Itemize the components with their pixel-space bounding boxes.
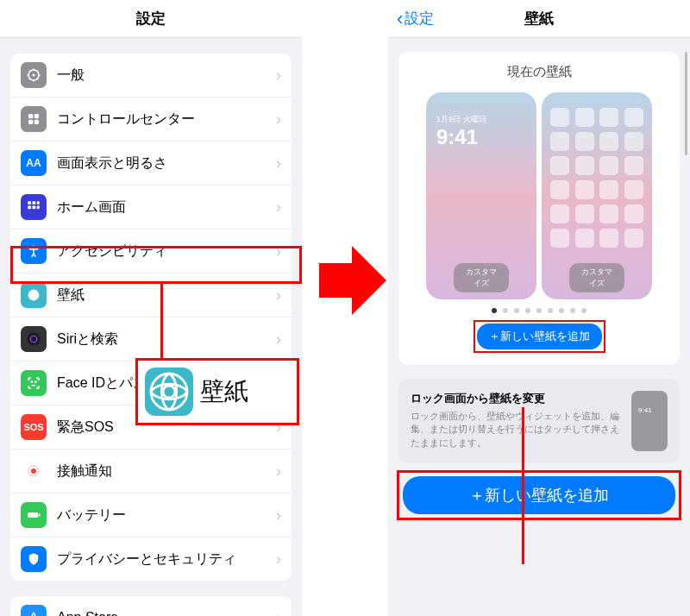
back-button[interactable]: ‹ 設定 bbox=[397, 9, 434, 28]
svg-rect-4 bbox=[28, 120, 33, 124]
row-label: Siriと検索 bbox=[57, 330, 276, 349]
settings-row-general[interactable]: 一般› bbox=[10, 53, 292, 97]
app-icon bbox=[575, 132, 594, 151]
app-icon bbox=[599, 132, 618, 151]
highlight-add-big: ＋新しい壁紙を追加 bbox=[397, 470, 681, 520]
wallpaper-icon bbox=[145, 368, 193, 416]
appstore-icon bbox=[21, 605, 47, 616]
siri-icon bbox=[21, 326, 47, 352]
wallpaper-icon bbox=[21, 282, 47, 308]
page-dot[interactable] bbox=[536, 308, 542, 313]
customize-home-button[interactable]: カスタマイズ bbox=[569, 263, 624, 292]
page-dot[interactable] bbox=[525, 308, 530, 313]
page-title: 設定 bbox=[136, 9, 166, 28]
home-screen-preview[interactable]: カスタマイズ bbox=[542, 92, 652, 299]
app-icon bbox=[575, 204, 594, 223]
svg-rect-8 bbox=[37, 201, 40, 204]
current-wallpaper-label: 現在の壁紙 bbox=[411, 64, 668, 80]
svg-rect-9 bbox=[28, 206, 31, 210]
svg-point-27 bbox=[151, 374, 187, 410]
page-dot[interactable] bbox=[492, 308, 497, 313]
chevron-right-icon: › bbox=[276, 506, 281, 525]
svg-rect-22 bbox=[39, 514, 41, 517]
app-icon bbox=[624, 180, 643, 199]
app-icon bbox=[575, 156, 594, 175]
settings-screen: 設定 一般›コントロールセンター›AA画面表示と明るさ›ホーム画面›アクセシビリ… bbox=[0, 0, 302, 616]
general-icon bbox=[21, 62, 47, 88]
page-dot[interactable] bbox=[514, 308, 519, 313]
page-dot[interactable] bbox=[559, 308, 564, 313]
add-wallpaper-small-button[interactable]: ＋新しい壁紙を追加 bbox=[477, 324, 602, 349]
display-icon: AA bbox=[21, 150, 47, 176]
page-dot[interactable] bbox=[548, 308, 553, 313]
current-wallpaper-card: 現在の壁紙 1月9日 火曜日 9:41 カスタマイズ カスタマイズ ＋新しい壁紙… bbox=[398, 52, 680, 365]
header: ‹ 設定 壁紙 bbox=[388, 0, 690, 38]
settings-row-display[interactable]: AA画面表示と明るさ› bbox=[10, 141, 292, 185]
svg-rect-6 bbox=[28, 201, 31, 204]
chevron-right-icon: › bbox=[276, 110, 281, 129]
add-wallpaper-big-button[interactable]: ＋新しい壁紙を追加 bbox=[403, 476, 675, 514]
svg-marker-25 bbox=[319, 246, 386, 315]
home-icon bbox=[21, 194, 47, 220]
svg-point-15 bbox=[28, 333, 41, 346]
settings-row-home[interactable]: ホーム画面› bbox=[10, 185, 292, 229]
page-dot[interactable] bbox=[503, 308, 508, 313]
settings-row-battery[interactable]: バッテリー› bbox=[10, 493, 292, 537]
lock-screen-preview[interactable]: 1月9日 火曜日 9:41 カスタマイズ bbox=[426, 92, 536, 299]
connector-line-right bbox=[522, 407, 524, 564]
row-label: 一般 bbox=[57, 66, 276, 85]
page-dots[interactable] bbox=[411, 308, 668, 313]
app-icon bbox=[550, 108, 569, 127]
svg-rect-21 bbox=[28, 512, 38, 518]
exposure-icon bbox=[21, 458, 47, 484]
settings-list-2: App Store›ウォレットと Apple Pay› bbox=[10, 596, 292, 616]
control-center-icon bbox=[21, 106, 47, 132]
svg-rect-7 bbox=[33, 201, 36, 204]
settings-list-1: 一般›コントロールセンター›AA画面表示と明るさ›ホーム画面›アクセシビリティ›… bbox=[10, 53, 292, 581]
chevron-right-icon: › bbox=[276, 550, 281, 569]
chevron-right-icon: › bbox=[276, 198, 281, 217]
settings-row-control-center[interactable]: コントロールセンター› bbox=[10, 97, 292, 141]
app-icon bbox=[599, 180, 618, 199]
svg-point-18 bbox=[35, 381, 37, 383]
app-icon bbox=[550, 180, 569, 199]
faceid-icon bbox=[21, 370, 47, 396]
app-icon bbox=[624, 204, 643, 223]
wallpaper-previews: 1月9日 火曜日 9:41 カスタマイズ カスタマイズ bbox=[411, 92, 668, 299]
customize-lock-button[interactable]: カスタマイズ bbox=[454, 263, 509, 292]
svg-point-19 bbox=[31, 468, 36, 474]
row-label: 画面表示と明るさ bbox=[57, 154, 276, 173]
settings-row-privacy[interactable]: プライバシーとセキュリティ› bbox=[10, 537, 292, 581]
privacy-icon bbox=[21, 546, 47, 572]
highlight-add-small: ＋新しい壁紙を追加 bbox=[474, 320, 605, 353]
page-dot[interactable] bbox=[581, 308, 586, 313]
lock-change-info[interactable]: ロック画面から壁紙を変更 ロック画面から、壁紙やウィジェットを追加、編集、または… bbox=[398, 379, 680, 463]
settings-row-appstore[interactable]: App Store› bbox=[10, 596, 292, 616]
app-icon bbox=[550, 204, 569, 223]
lock-time: 9:41 bbox=[436, 125, 478, 149]
mini-phone-icon bbox=[631, 391, 668, 451]
info-desc: ロック画面から、壁紙やウィジェットを追加、編集、または切り替えを行うにはタッチし… bbox=[411, 410, 621, 449]
chevron-right-icon: › bbox=[276, 330, 281, 349]
svg-rect-3 bbox=[34, 114, 39, 118]
svg-point-17 bbox=[31, 381, 33, 383]
chevron-right-icon: › bbox=[276, 286, 281, 305]
app-icon bbox=[599, 229, 618, 248]
callout-label: 壁紙 bbox=[200, 375, 248, 408]
chevron-right-icon: › bbox=[276, 154, 281, 173]
settings-row-siri[interactable]: Siriと検索› bbox=[10, 317, 292, 361]
back-label: 設定 bbox=[405, 9, 434, 28]
page-dot[interactable] bbox=[570, 308, 575, 313]
app-icon bbox=[599, 108, 618, 127]
app-icon bbox=[624, 132, 643, 151]
settings-row-exposure[interactable]: 接触通知› bbox=[10, 449, 292, 493]
svg-point-26 bbox=[163, 386, 175, 398]
row-label: App Store bbox=[57, 610, 276, 616]
row-label: プライバシーとセキュリティ bbox=[57, 550, 276, 569]
connector-line bbox=[160, 282, 163, 360]
callout-wallpaper: 壁紙 bbox=[135, 358, 299, 425]
app-icon bbox=[624, 108, 643, 127]
chevron-right-icon: › bbox=[276, 66, 281, 85]
sos-icon: SOS bbox=[21, 414, 47, 440]
svg-point-1 bbox=[33, 74, 35, 77]
